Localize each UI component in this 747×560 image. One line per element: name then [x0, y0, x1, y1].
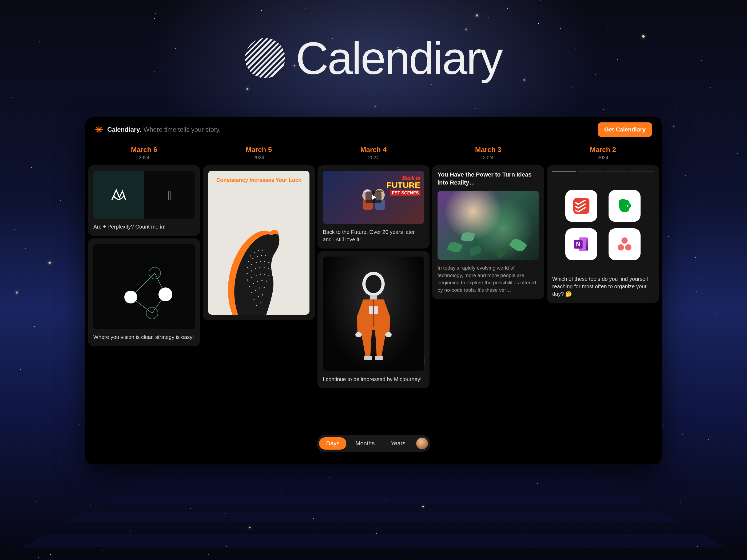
svg-point-29 [255, 268, 256, 269]
svg-point-62 [385, 332, 392, 337]
movie-title-badge: Back to FUTURE EST SCENES [386, 175, 420, 196]
svg-point-52 [260, 302, 261, 303]
perplexity-logo-icon: ‖ [144, 189, 195, 200]
card-body: In today's rapidly evolving world of tec… [438, 264, 539, 294]
svg-point-10 [158, 288, 172, 301]
svg-text:N: N [576, 241, 581, 248]
day-header[interactable]: March 2 2024 [547, 142, 659, 163]
svg-point-49 [258, 296, 259, 297]
card-image: ‖ [93, 171, 195, 219]
svg-point-40 [253, 283, 254, 284]
card-caption: Back to the Future. Over 20 years later … [323, 228, 424, 243]
svg-point-35 [256, 275, 257, 276]
svg-point-46 [259, 288, 260, 289]
card-image: Consistency Increases Your Luck [208, 171, 309, 315]
svg-point-12 [250, 256, 251, 257]
onenote-icon: N [572, 235, 591, 254]
view-toggle-days[interactable]: Days [319, 437, 346, 450]
app-tile-asana[interactable] [609, 228, 641, 260]
svg-point-22 [251, 264, 252, 265]
svg-point-34 [251, 277, 252, 278]
hero-logo-text: Calendiary [296, 32, 502, 84]
svg-point-51 [256, 305, 257, 306]
svg-point-76 [625, 244, 631, 250]
svg-point-28 [251, 270, 252, 271]
card-caption: Arc + Perplexity? Count me in! [93, 223, 195, 231]
day-header[interactable]: March 3 2024 [432, 142, 544, 163]
avatar[interactable] [416, 437, 428, 449]
card-caption: Where you vision is clear, strategy is e… [93, 334, 195, 341]
play-icon[interactable] [365, 191, 382, 203]
entry-card[interactable]: Back to FUTURE EST SCENES Back to the Fu… [317, 165, 430, 248]
svg-point-75 [618, 244, 624, 250]
svg-point-20 [265, 255, 266, 256]
svg-point-37 [264, 274, 265, 275]
svg-rect-70 [586, 242, 588, 246]
day-header[interactable]: March 6 2024 [88, 142, 200, 163]
card-image [93, 244, 195, 329]
svg-point-50 [262, 294, 263, 295]
day-header[interactable]: March 5 2024 [203, 142, 315, 163]
day-year: 2024 [547, 155, 659, 161]
svg-point-58 [365, 275, 382, 293]
svg-point-61 [355, 332, 362, 337]
svg-point-14 [258, 250, 259, 251]
svg-point-26 [268, 262, 269, 263]
entry-card[interactable]: I continue to be impressed by Midjourney… [317, 251, 430, 388]
svg-rect-71 [586, 246, 588, 250]
day-column-march-4: March 4 2024 Back to FUTURE [317, 142, 430, 461]
entry-card-poll[interactable]: N Which of these tools do you find yours… [547, 165, 659, 303]
svg-point-25 [264, 261, 265, 262]
card-image: Back to FUTURE EST SCENES [323, 171, 424, 224]
get-calendiary-button[interactable]: Get Calendiary [598, 123, 652, 137]
view-toggle: Days Months Years [317, 435, 430, 452]
svg-point-33 [247, 279, 248, 281]
day-column-march-6: March 6 2024 ‖ Arc + Perplexity? Count m… [88, 142, 200, 461]
entry-card[interactable]: ‖ Arc + Perplexity? Count me in! [88, 165, 200, 236]
svg-point-31 [264, 267, 265, 268]
svg-point-21 [247, 267, 248, 268]
poll-question: Which of these tools do you find yoursel… [552, 275, 654, 298]
topbar-tagline: Where time tells your story. [144, 126, 221, 133]
app-window: Calendiary. Where time tells your story.… [85, 117, 662, 464]
entry-card[interactable]: Where you vision is clear, strategy is e… [88, 238, 200, 346]
svg-point-18 [257, 256, 258, 257]
svg-point-36 [260, 274, 261, 275]
topbar: Calendiary. Where time tells your story.… [85, 117, 662, 142]
app-tile-evernote[interactable] [609, 190, 641, 222]
arc-logo-icon [109, 185, 128, 204]
svg-point-16 [248, 261, 249, 262]
svg-point-19 [261, 255, 262, 256]
svg-point-47 [264, 287, 265, 288]
day-date: March 6 [88, 145, 200, 154]
day-column-march-5: March 5 2024 Consistency Increases Your … [203, 142, 315, 461]
svg-point-27 [247, 273, 248, 274]
svg-point-32 [268, 268, 269, 269]
svg-point-23 [256, 262, 257, 263]
svg-rect-63 [364, 356, 372, 360]
svg-point-24 [260, 261, 261, 262]
day-header[interactable]: March 4 2024 [317, 142, 430, 163]
astronaut-icon [347, 266, 400, 362]
entry-card[interactable]: Consistency Increases Your Luck [203, 165, 315, 320]
svg-point-13 [254, 252, 255, 253]
evernote-icon [615, 196, 634, 215]
poster-title: Consistency Increases Your Luck [208, 177, 309, 183]
asana-icon [615, 235, 634, 254]
entry-card[interactable]: You Have the Power to Turn Ideas into Re… [432, 165, 544, 299]
card-image [438, 191, 539, 260]
day-year: 2024 [432, 155, 544, 161]
network-diagram-icon [93, 244, 195, 329]
svg-point-17 [252, 258, 253, 259]
card-image [323, 257, 424, 371]
svg-rect-69 [586, 239, 588, 242]
app-tile-todoist[interactable] [565, 190, 597, 222]
svg-point-43 [266, 281, 267, 282]
view-toggle-months[interactable]: Months [349, 437, 382, 450]
view-toggle-years[interactable]: Years [384, 437, 412, 450]
app-tile-onenote[interactable]: N [565, 228, 597, 260]
svg-point-45 [255, 290, 256, 291]
svg-point-38 [268, 275, 269, 276]
day-column-march-2: March 2 2024 [547, 142, 659, 461]
card-title: You Have the Power to Turn Ideas into Re… [438, 171, 539, 186]
